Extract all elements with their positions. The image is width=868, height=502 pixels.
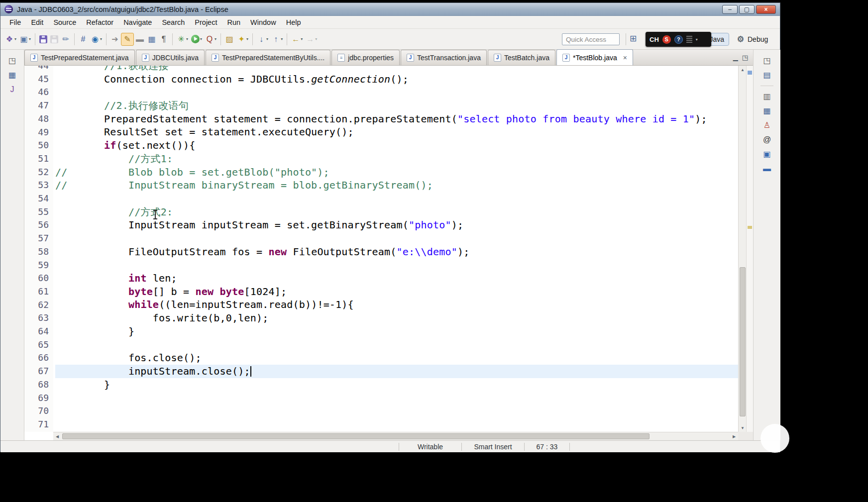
- tab-testblobjava[interactable]: J*TestBlob.java×: [556, 49, 633, 65]
- code-line-52[interactable]: // Blob blob = set.getBlob("photo");: [55, 166, 738, 179]
- previous-annotation-button[interactable]: ↑▾: [270, 33, 284, 46]
- close-window-button[interactable]: ×: [756, 5, 776, 14]
- menu-search[interactable]: Search: [157, 17, 190, 28]
- show-selection-button[interactable]: ▬: [134, 33, 146, 46]
- run-button[interactable]: ▾: [190, 33, 204, 46]
- code-line-71[interactable]: [55, 418, 738, 431]
- code-line-49[interactable]: ResultSet set = statement.executeQuery()…: [55, 125, 738, 139]
- mark-occurrences-toggle[interactable]: ✎: [121, 33, 134, 46]
- code-line-45[interactable]: Connection connection = JDBCUtils.getCon…: [55, 73, 738, 86]
- search-button[interactable]: ✦▾: [235, 33, 250, 46]
- ime-toolbar[interactable]: CH S ? ▾: [646, 32, 711, 47]
- run-last-tool-button[interactable]: ➔: [109, 33, 121, 46]
- menu-project[interactable]: Project: [190, 17, 222, 28]
- code-line-70[interactable]: [55, 404, 738, 418]
- debug-perspective-button[interactable]: ⚙ Debug: [732, 33, 773, 46]
- new-wizard-button[interactable]: ❖▾: [3, 33, 18, 46]
- open-type-button[interactable]: #: [77, 33, 89, 46]
- annotation-mark-0[interactable]: [748, 71, 752, 75]
- code-line-47[interactable]: //2.执行修改语句: [55, 99, 738, 112]
- scroll-left-arrow-icon[interactable]: ◀: [53, 432, 61, 440]
- menu-navigate[interactable]: Navigate: [118, 17, 157, 28]
- open-task-button[interactable]: ▨: [223, 33, 235, 46]
- code-line-67[interactable]: inputStream.close();: [55, 365, 738, 378]
- ime-grip-handle[interactable]: [686, 36, 692, 43]
- tab-testtransactionjava[interactable]: JTestTransaction.java: [401, 50, 487, 65]
- code-line-61[interactable]: byte[] b = new byte[1024];: [55, 285, 738, 299]
- declaration-view-icon[interactable]: ▣: [763, 150, 770, 158]
- web-browser-button[interactable]: ◉▾: [89, 33, 104, 46]
- code-line-58[interactable]: FileOutputStream fos = new FileOutputStr…: [55, 245, 738, 259]
- vertical-scrollbar-thumb[interactable]: [740, 267, 746, 416]
- code-line-64[interactable]: }: [55, 325, 738, 338]
- code-line-51[interactable]: //方式1:: [55, 152, 738, 166]
- open-perspective-button[interactable]: ⊞: [630, 33, 637, 44]
- outline-view-icon[interactable]: ▤: [763, 71, 770, 79]
- menu-source[interactable]: Source: [48, 17, 81, 28]
- code-line-69[interactable]: [55, 391, 738, 404]
- code-line-59[interactable]: [55, 258, 738, 272]
- annotation-mark-1[interactable]: [748, 226, 752, 229]
- ime-language-indicator[interactable]: CH: [650, 36, 659, 43]
- show-whitespace-toggle[interactable]: ¶: [158, 33, 170, 46]
- tab-testpreparedstatementbyutils[interactable]: JTestPreparedStatementByUtils....: [206, 50, 330, 65]
- scroll-down-arrow-icon[interactable]: ▼: [739, 424, 747, 432]
- code-line-55[interactable]: //方式2:: [55, 205, 738, 219]
- show-source-button[interactable]: ▦: [146, 33, 158, 46]
- code-line-44[interactable]: //1.获取连接: [55, 66, 738, 73]
- next-annotation-button[interactable]: ↓▾: [255, 33, 270, 46]
- vertical-scrollbar[interactable]: ▲ ▼: [738, 66, 746, 432]
- overview-ruler[interactable]: [746, 66, 753, 440]
- print-button[interactable]: ✏: [60, 33, 72, 46]
- code-line-48[interactable]: PreparedStatement statement = connection…: [55, 112, 738, 126]
- menu-help[interactable]: Help: [281, 17, 306, 28]
- maximize-window-button[interactable]: ▢: [739, 5, 755, 14]
- code-line-68[interactable]: }: [55, 378, 738, 392]
- code-line-46[interactable]: [55, 86, 738, 99]
- horizontal-scrollbar-thumb[interactable]: [62, 433, 650, 439]
- ime-help-icon[interactable]: ?: [674, 35, 683, 44]
- menu-edit[interactable]: Edit: [26, 17, 48, 28]
- code-line-63[interactable]: fos.write(b,0,len);: [55, 311, 738, 325]
- new-menu-button[interactable]: ▣▾: [18, 33, 32, 46]
- code-area[interactable]: //1.获取连接 Connection connection = JDBCUti…: [53, 66, 738, 432]
- menu-refactor[interactable]: Refactor: [81, 17, 118, 28]
- quick-access-input[interactable]: Quick Access: [562, 33, 620, 45]
- restore-pane-icon[interactable]: ◳: [8, 57, 16, 65]
- menu-file[interactable]: File: [4, 17, 26, 28]
- tab-jdbcutilsjava[interactable]: JJDBCUtils.java: [136, 50, 205, 65]
- code-line-65[interactable]: [55, 338, 738, 351]
- templates-view-icon[interactable]: ▥: [763, 93, 770, 100]
- javadoc-view-icon[interactable]: @: [763, 136, 771, 144]
- code-line-54[interactable]: [55, 192, 738, 205]
- restore-pane-icon[interactable]: ◳: [763, 57, 770, 65]
- junit-view-icon[interactable]: J: [10, 86, 14, 94]
- debug-button[interactable]: ✳▾: [175, 33, 190, 46]
- scroll-up-arrow-icon[interactable]: ▲: [739, 66, 747, 74]
- code-line-62[interactable]: while((len=inputStream.read(b))!=-1){: [55, 298, 738, 311]
- tab-testbatchjava[interactable]: JTestBatch.java: [488, 50, 555, 65]
- code-line-66[interactable]: fos.close();: [55, 351, 738, 365]
- hierarchy-view-icon[interactable]: ♙: [763, 121, 770, 129]
- scroll-right-arrow-icon[interactable]: ▶: [730, 432, 738, 440]
- menu-run[interactable]: Run: [222, 17, 245, 28]
- maximize-editor-icon[interactable]: ◳: [742, 54, 748, 61]
- code-line-53[interactable]: // InputStream binaryStream = blob.getBi…: [55, 179, 738, 192]
- console-view-icon[interactable]: ▬: [763, 165, 771, 173]
- tab-testpreparedstatementjava[interactable]: JTestPreparedStatement.java: [24, 50, 135, 65]
- code-line-57[interactable]: [55, 232, 738, 245]
- menu-window[interactable]: Window: [245, 17, 281, 28]
- minimize-window-button[interactable]: –: [722, 5, 738, 14]
- code-line-56[interactable]: InputStream inputStream = set.getBinaryS…: [55, 218, 738, 232]
- package-explorer-icon[interactable]: ▦: [8, 71, 16, 79]
- problems-view-icon[interactable]: ▦: [763, 107, 770, 115]
- tab-close-icon[interactable]: ×: [623, 54, 627, 62]
- ime-dropdown-arrow-icon[interactable]: ▾: [696, 37, 698, 42]
- coverage-button[interactable]: Q▾: [204, 33, 218, 46]
- save-button[interactable]: [38, 33, 49, 46]
- ime-sogou-icon[interactable]: S: [662, 35, 671, 44]
- code-line-50[interactable]: if(set.next()){: [55, 139, 738, 152]
- minimize-editor-icon[interactable]: ▁: [733, 54, 738, 61]
- back-button[interactable]: ←▾: [290, 33, 304, 46]
- horizontal-scrollbar[interactable]: ◀ ▶: [53, 432, 738, 440]
